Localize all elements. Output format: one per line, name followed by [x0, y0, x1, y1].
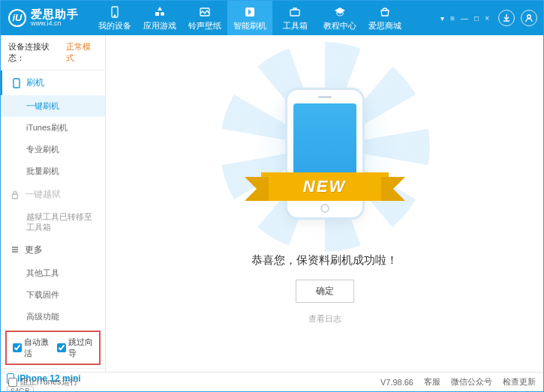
tab-tutorials[interactable]: 教程中心: [317, 1, 362, 35]
logo-icon: iU: [8, 9, 26, 27]
sidebar-item-oneclick-flash[interactable]: 一键刷机: [1, 95, 105, 117]
svg-point-1: [114, 15, 116, 16]
download-button[interactable]: [498, 10, 515, 26]
brand-name: 爱思助手: [31, 8, 79, 21]
section-label: 更多: [25, 244, 43, 256]
wallpaper-icon: [198, 5, 212, 19]
tab-store[interactable]: 爱思商城: [362, 1, 407, 35]
menu-icon: [10, 244, 20, 255]
status-mode: 正常模式: [66, 41, 98, 64]
flash-device-icon: [11, 78, 22, 88]
footer-link-check-update[interactable]: 检查更新: [503, 376, 536, 388]
sidebar-item-batch-flash[interactable]: 批量刷机: [1, 160, 105, 182]
store-icon: [378, 5, 392, 19]
checkbox-block-itunes[interactable]: 阻止iTunes运行: [8, 376, 78, 388]
ribbon-text: NEW: [303, 177, 346, 196]
brand-text: 爱思助手 www.i4.cn: [31, 8, 79, 28]
sidebar: 设备连接状态： 正常模式 刷机 一键刷机 iTunes刷机 专业刷机 批量刷机 …: [1, 35, 106, 372]
block-itunes-input[interactable]: [8, 378, 17, 387]
footer-link-wechat[interactable]: 微信公众号: [451, 376, 492, 388]
tab-label: 工具箱: [283, 20, 308, 31]
jailbreak-note: 越狱工具已转移至 工具箱: [1, 207, 105, 238]
phone-icon: [108, 5, 122, 19]
tab-label: 铃声壁纸: [188, 20, 221, 31]
sidebar-section-flash[interactable]: 刷机: [1, 70, 105, 95]
sys-dropdown[interactable]: ▾: [440, 14, 444, 22]
tab-my-device[interactable]: 我的设备: [92, 1, 137, 35]
success-illustration: NEW: [269, 82, 381, 232]
sidebar-section-more[interactable]: 更多: [1, 238, 105, 262]
checkbox-auto-activate[interactable]: 自动激活: [13, 337, 50, 359]
main-content: NEW 恭喜您，保资料刷机成功啦！ 确定 查看日志: [106, 35, 543, 372]
tab-ringtones[interactable]: 铃声壁纸: [182, 1, 227, 35]
sys-menu[interactable]: ≡: [450, 14, 455, 22]
nav-tabs: 我的设备 应用游戏 铃声壁纸 智能刷机 工具箱 教程中心 爱思商城: [92, 1, 407, 35]
brand-logo[interactable]: iU 爱思助手 www.i4.cn: [8, 8, 79, 28]
graduation-cap-icon: [333, 5, 347, 19]
svg-point-7: [527, 15, 530, 18]
tab-smart-flash[interactable]: 智能刷机: [227, 1, 272, 35]
footer-link-support[interactable]: 客服: [424, 376, 440, 388]
sidebar-item-itunes-flash[interactable]: iTunes刷机: [1, 117, 105, 139]
titlebar: iU 爱思助手 www.i4.cn 我的设备 应用游戏 铃声壁纸 智能刷机 工具…: [1, 1, 543, 35]
success-message: 恭喜您，保资料刷机成功啦！: [251, 253, 398, 268]
svg-rect-6: [290, 10, 299, 16]
sidebar-item-pro-flash[interactable]: 专业刷机: [1, 139, 105, 160]
sys-minimize[interactable]: —: [461, 14, 468, 22]
apps-icon: [153, 5, 167, 19]
device-status: 设备连接状态： 正常模式: [1, 35, 105, 70]
sys-close[interactable]: ×: [485, 14, 489, 22]
flash-icon: [243, 5, 257, 19]
more-items: 其他工具 下载固件 高级功能: [1, 262, 105, 328]
sidebar-options: 自动激活 跳过向导: [5, 331, 101, 365]
system-buttons: ▾ ≡ — □ ×: [440, 14, 489, 22]
status-label: 设备连接状态：: [8, 41, 63, 64]
tab-label: 智能刷机: [233, 20, 266, 31]
skip-guide-input[interactable]: [57, 343, 66, 352]
tab-apps-games[interactable]: 应用游戏: [137, 1, 182, 35]
section-label: 一键越狱: [25, 188, 61, 201]
tab-label: 应用游戏: [143, 20, 176, 31]
toolbox-icon: [288, 5, 302, 19]
ok-button[interactable]: 确定: [296, 280, 354, 303]
checkbox-skip-guide[interactable]: 跳过向导: [57, 337, 94, 359]
tab-toolbox[interactable]: 工具箱: [272, 1, 317, 35]
flash-items: 一键刷机 iTunes刷机 专业刷机 批量刷机: [1, 95, 105, 182]
svg-rect-8: [14, 79, 20, 88]
account-button[interactable]: [521, 10, 537, 26]
lock-icon: [10, 190, 20, 200]
svg-rect-2: [155, 12, 159, 16]
tab-label: 教程中心: [323, 20, 356, 31]
sidebar-item-other-tools[interactable]: 其他工具: [1, 262, 105, 284]
brand-url: www.i4.cn: [31, 20, 79, 28]
svg-rect-9: [13, 194, 18, 199]
titlebar-right: ▾ ≡ — □ ×: [440, 10, 537, 26]
sidebar-item-advanced[interactable]: 高级功能: [1, 306, 105, 328]
tab-label: 爱思商城: [368, 20, 401, 31]
section-label: 刷机: [26, 76, 44, 89]
sidebar-section-jailbreak[interactable]: 一键越狱: [1, 182, 105, 207]
sidebar-item-download-firmware[interactable]: 下载固件: [1, 284, 105, 306]
auto-activate-input[interactable]: [13, 343, 22, 352]
version-label: V7.98.66: [380, 378, 413, 387]
svg-point-3: [161, 12, 164, 16]
new-ribbon: NEW: [261, 172, 389, 201]
body: 设备连接状态： 正常模式 刷机 一键刷机 iTunes刷机 专业刷机 批量刷机 …: [1, 35, 543, 372]
tab-label: 我的设备: [98, 20, 131, 31]
view-log-link[interactable]: 查看日志: [308, 313, 341, 325]
sys-maximize[interactable]: □: [474, 14, 479, 22]
